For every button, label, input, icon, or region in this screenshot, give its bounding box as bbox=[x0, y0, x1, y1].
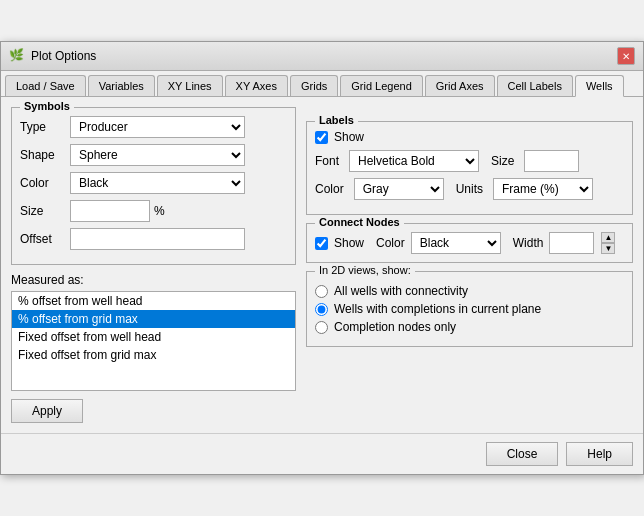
units-label: Units bbox=[456, 182, 483, 196]
main-window: 🌿 Plot Options ✕ Load / Save Variables X… bbox=[0, 41, 644, 475]
connect-color-label: Color bbox=[376, 236, 405, 250]
size-input[interactable]: 2.20 bbox=[70, 200, 150, 222]
radio-wells-completions-input[interactable] bbox=[315, 303, 328, 316]
help-button[interactable]: Help bbox=[566, 442, 633, 466]
radio-completion-nodes-input[interactable] bbox=[315, 321, 328, 334]
list-item[interactable]: Fixed offset from grid max bbox=[12, 346, 295, 364]
radio-wells-completions-label: Wells with completions in current plane bbox=[334, 302, 541, 316]
offset-row: Offset 10 bbox=[20, 228, 287, 250]
tab-xy-axes[interactable]: XY Axes bbox=[225, 75, 288, 96]
size-unit: % bbox=[154, 204, 165, 218]
type-label: Type bbox=[20, 120, 70, 134]
measured-section: Measured as: % offset from well head % o… bbox=[11, 273, 296, 391]
close-icon[interactable]: ✕ bbox=[617, 47, 635, 65]
connect-nodes-label: Connect Nodes bbox=[315, 216, 404, 228]
show-row: Show bbox=[315, 130, 624, 144]
window-title: Plot Options bbox=[31, 49, 96, 63]
right-color-select[interactable]: Gray bbox=[354, 178, 444, 200]
tab-grids[interactable]: Grids bbox=[290, 75, 338, 96]
measured-list[interactable]: % offset from well head % offset from gr… bbox=[11, 291, 296, 391]
connect-row: Show Color Black Width 0.4 ▲ ▼ bbox=[315, 232, 624, 254]
in2d-group: In 2D views, show: All wells with connec… bbox=[306, 271, 633, 347]
radio-all-wells-label: All wells with connectivity bbox=[334, 284, 468, 298]
tab-wells[interactable]: Wells bbox=[575, 75, 624, 97]
right-panel: Labels Show Font Helvetica Bold Size 2.0… bbox=[306, 107, 633, 423]
radio-all-wells-input[interactable] bbox=[315, 285, 328, 298]
show-checkbox[interactable] bbox=[315, 131, 328, 144]
connect-color-select[interactable]: Black bbox=[411, 232, 501, 254]
labels-group: Labels Show Font Helvetica Bold Size 2.0… bbox=[306, 121, 633, 215]
show-label: Show bbox=[334, 130, 364, 144]
color-select[interactable]: Black bbox=[70, 172, 245, 194]
apply-button[interactable]: Apply bbox=[11, 399, 83, 423]
size-label: Size bbox=[491, 154, 514, 168]
size-label: Size bbox=[20, 204, 70, 218]
offset-input[interactable]: 10 bbox=[70, 228, 245, 250]
color-units-row: Color Gray Units Frame (%) bbox=[315, 178, 624, 200]
spin-box: ▲ ▼ bbox=[601, 232, 615, 254]
tab-load-save[interactable]: Load / Save bbox=[5, 75, 86, 96]
font-label: Font bbox=[315, 154, 339, 168]
list-item[interactable]: % offset from well head bbox=[12, 292, 295, 310]
spin-down[interactable]: ▼ bbox=[601, 243, 615, 254]
tab-cell-labels[interactable]: Cell Labels bbox=[497, 75, 573, 96]
radio-completion-nodes-label: Completion nodes only bbox=[334, 320, 456, 334]
tab-grid-legend[interactable]: Grid Legend bbox=[340, 75, 423, 96]
connect-width-label: Width bbox=[513, 236, 544, 250]
list-item-selected[interactable]: % offset from grid max bbox=[12, 310, 295, 328]
in2d-label: In 2D views, show: bbox=[315, 264, 415, 276]
size-row: Size 2.20 % bbox=[20, 200, 287, 222]
right-color-label: Color bbox=[315, 182, 344, 196]
type-select[interactable]: Producer bbox=[70, 116, 245, 138]
radio-wells-completions: Wells with completions in current plane bbox=[315, 302, 624, 316]
spin-up[interactable]: ▲ bbox=[601, 232, 615, 243]
shape-label: Shape bbox=[20, 148, 70, 162]
size-input-group: 2.20 % bbox=[70, 200, 165, 222]
color-label: Color bbox=[20, 176, 70, 190]
font-row: Font Helvetica Bold Size 2.00 bbox=[315, 150, 624, 172]
content-area: Symbols Type Producer Shape Sphere Color bbox=[1, 97, 643, 433]
footer: Close Help bbox=[1, 433, 643, 474]
connect-width-input[interactable]: 0.4 bbox=[549, 232, 594, 254]
symbols-group: Symbols Type Producer Shape Sphere Color bbox=[11, 107, 296, 265]
shape-row: Shape Sphere bbox=[20, 144, 287, 166]
connect-show-checkbox[interactable] bbox=[315, 237, 328, 250]
type-row: Type Producer bbox=[20, 116, 287, 138]
app-icon: 🌿 bbox=[9, 48, 25, 64]
labels-group-label: Labels bbox=[315, 114, 358, 126]
shape-select[interactable]: Sphere bbox=[70, 144, 245, 166]
font-select[interactable]: Helvetica Bold bbox=[349, 150, 479, 172]
radio-all-wells: All wells with connectivity bbox=[315, 284, 624, 298]
connect-show-label: Show bbox=[334, 236, 364, 250]
radio-options: All wells with connectivity Wells with c… bbox=[315, 284, 624, 334]
tab-bar: Load / Save Variables XY Lines XY Axes G… bbox=[1, 71, 643, 97]
tab-xy-lines[interactable]: XY Lines bbox=[157, 75, 223, 96]
title-bar-left: 🌿 Plot Options bbox=[9, 48, 96, 64]
list-item[interactable]: Fixed offset from well head bbox=[12, 328, 295, 346]
color-row: Color Black bbox=[20, 172, 287, 194]
close-button[interactable]: Close bbox=[486, 442, 559, 466]
offset-label: Offset bbox=[20, 232, 70, 246]
radio-completion-nodes: Completion nodes only bbox=[315, 320, 624, 334]
left-panel: Symbols Type Producer Shape Sphere Color bbox=[11, 107, 296, 423]
units-select[interactable]: Frame (%) bbox=[493, 178, 593, 200]
tab-variables[interactable]: Variables bbox=[88, 75, 155, 96]
measured-label: Measured as: bbox=[11, 273, 296, 287]
connect-nodes-group: Connect Nodes Show Color Black Width 0.4… bbox=[306, 223, 633, 263]
symbols-label: Symbols bbox=[20, 100, 74, 112]
title-bar: 🌿 Plot Options ✕ bbox=[1, 42, 643, 71]
tab-grid-axes[interactable]: Grid Axes bbox=[425, 75, 495, 96]
font-size-input[interactable]: 2.00 bbox=[524, 150, 579, 172]
